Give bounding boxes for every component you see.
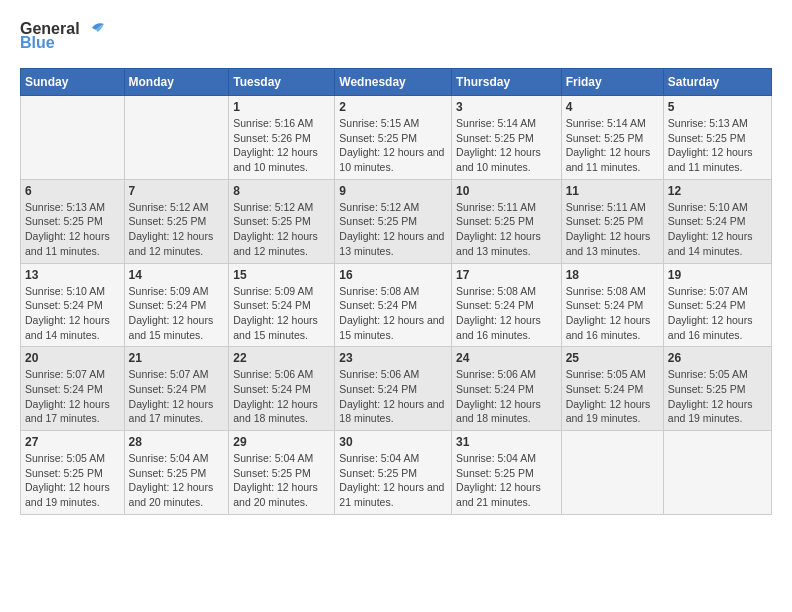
header-wednesday: Wednesday	[335, 69, 452, 96]
sunset-text: Sunset: 5:25 PM	[25, 467, 103, 479]
sunrise-text: Sunrise: 5:09 AM	[233, 285, 313, 297]
calendar-day-cell: 27 Sunrise: 5:05 AM Sunset: 5:25 PM Dayl…	[21, 431, 125, 515]
day-info: Sunrise: 5:09 AM Sunset: 5:24 PM Dayligh…	[233, 284, 330, 343]
calendar-day-cell	[561, 431, 663, 515]
day-number: 26	[668, 351, 767, 365]
sunset-text: Sunset: 5:25 PM	[456, 132, 534, 144]
daylight-text: Daylight: 12 hours and 12 minutes.	[233, 230, 318, 257]
sunset-text: Sunset: 5:25 PM	[668, 132, 746, 144]
calendar-day-cell: 2 Sunrise: 5:15 AM Sunset: 5:25 PM Dayli…	[335, 96, 452, 180]
calendar-day-cell: 4 Sunrise: 5:14 AM Sunset: 5:25 PM Dayli…	[561, 96, 663, 180]
sunrise-text: Sunrise: 5:10 AM	[25, 285, 105, 297]
day-info: Sunrise: 5:06 AM Sunset: 5:24 PM Dayligh…	[339, 367, 447, 426]
day-number: 13	[25, 268, 120, 282]
day-number: 11	[566, 184, 659, 198]
sunrise-text: Sunrise: 5:14 AM	[456, 117, 536, 129]
sunrise-text: Sunrise: 5:05 AM	[25, 452, 105, 464]
daylight-text: Daylight: 12 hours and 10 minutes.	[339, 146, 444, 173]
day-number: 14	[129, 268, 225, 282]
sunrise-text: Sunrise: 5:08 AM	[566, 285, 646, 297]
day-number: 8	[233, 184, 330, 198]
sunrise-text: Sunrise: 5:05 AM	[566, 368, 646, 380]
daylight-text: Daylight: 12 hours and 19 minutes.	[25, 481, 110, 508]
sunset-text: Sunset: 5:25 PM	[129, 467, 207, 479]
calendar-week-row: 1 Sunrise: 5:16 AM Sunset: 5:26 PM Dayli…	[21, 96, 772, 180]
daylight-text: Daylight: 12 hours and 19 minutes.	[668, 398, 753, 425]
daylight-text: Daylight: 12 hours and 18 minutes.	[456, 398, 541, 425]
calendar-day-cell: 7 Sunrise: 5:12 AM Sunset: 5:25 PM Dayli…	[124, 179, 229, 263]
sunset-text: Sunset: 5:24 PM	[566, 383, 644, 395]
sunrise-text: Sunrise: 5:04 AM	[456, 452, 536, 464]
day-info: Sunrise: 5:08 AM Sunset: 5:24 PM Dayligh…	[456, 284, 557, 343]
day-info: Sunrise: 5:09 AM Sunset: 5:24 PM Dayligh…	[129, 284, 225, 343]
sunrise-text: Sunrise: 5:05 AM	[668, 368, 748, 380]
day-info: Sunrise: 5:16 AM Sunset: 5:26 PM Dayligh…	[233, 116, 330, 175]
sunrise-text: Sunrise: 5:07 AM	[668, 285, 748, 297]
calendar-day-cell: 25 Sunrise: 5:05 AM Sunset: 5:24 PM Dayl…	[561, 347, 663, 431]
day-info: Sunrise: 5:08 AM Sunset: 5:24 PM Dayligh…	[566, 284, 659, 343]
day-number: 10	[456, 184, 557, 198]
page-header: General Blue	[20, 20, 772, 52]
day-number: 5	[668, 100, 767, 114]
calendar-day-cell: 29 Sunrise: 5:04 AM Sunset: 5:25 PM Dayl…	[229, 431, 335, 515]
day-info: Sunrise: 5:04 AM Sunset: 5:25 PM Dayligh…	[233, 451, 330, 510]
daylight-text: Daylight: 12 hours and 18 minutes.	[339, 398, 444, 425]
day-info: Sunrise: 5:10 AM Sunset: 5:24 PM Dayligh…	[25, 284, 120, 343]
calendar-day-cell	[124, 96, 229, 180]
day-info: Sunrise: 5:12 AM Sunset: 5:25 PM Dayligh…	[339, 200, 447, 259]
daylight-text: Daylight: 12 hours and 15 minutes.	[339, 314, 444, 341]
day-number: 1	[233, 100, 330, 114]
calendar-day-cell: 22 Sunrise: 5:06 AM Sunset: 5:24 PM Dayl…	[229, 347, 335, 431]
day-info: Sunrise: 5:12 AM Sunset: 5:25 PM Dayligh…	[129, 200, 225, 259]
calendar-day-cell: 31 Sunrise: 5:04 AM Sunset: 5:25 PM Dayl…	[452, 431, 562, 515]
sunset-text: Sunset: 5:24 PM	[25, 383, 103, 395]
calendar-day-cell	[21, 96, 125, 180]
day-number: 3	[456, 100, 557, 114]
daylight-text: Daylight: 12 hours and 14 minutes.	[25, 314, 110, 341]
calendar-day-cell: 1 Sunrise: 5:16 AM Sunset: 5:26 PM Dayli…	[229, 96, 335, 180]
day-number: 15	[233, 268, 330, 282]
sunrise-text: Sunrise: 5:16 AM	[233, 117, 313, 129]
sunrise-text: Sunrise: 5:07 AM	[129, 368, 209, 380]
calendar-day-cell: 8 Sunrise: 5:12 AM Sunset: 5:25 PM Dayli…	[229, 179, 335, 263]
daylight-text: Daylight: 12 hours and 10 minutes.	[456, 146, 541, 173]
sunrise-text: Sunrise: 5:10 AM	[668, 201, 748, 213]
calendar-day-cell: 23 Sunrise: 5:06 AM Sunset: 5:24 PM Dayl…	[335, 347, 452, 431]
sunset-text: Sunset: 5:25 PM	[233, 467, 311, 479]
daylight-text: Daylight: 12 hours and 19 minutes.	[566, 398, 651, 425]
sunrise-text: Sunrise: 5:06 AM	[456, 368, 536, 380]
sunrise-text: Sunrise: 5:13 AM	[668, 117, 748, 129]
day-number: 29	[233, 435, 330, 449]
sunrise-text: Sunrise: 5:06 AM	[339, 368, 419, 380]
bird-icon	[82, 20, 104, 38]
sunset-text: Sunset: 5:25 PM	[456, 215, 534, 227]
calendar-day-cell: 28 Sunrise: 5:04 AM Sunset: 5:25 PM Dayl…	[124, 431, 229, 515]
sunset-text: Sunset: 5:25 PM	[566, 215, 644, 227]
sunrise-text: Sunrise: 5:15 AM	[339, 117, 419, 129]
calendar-day-cell: 9 Sunrise: 5:12 AM Sunset: 5:25 PM Dayli…	[335, 179, 452, 263]
sunset-text: Sunset: 5:24 PM	[129, 383, 207, 395]
day-number: 16	[339, 268, 447, 282]
sunrise-text: Sunrise: 5:08 AM	[339, 285, 419, 297]
day-number: 24	[456, 351, 557, 365]
daylight-text: Daylight: 12 hours and 20 minutes.	[129, 481, 214, 508]
day-number: 28	[129, 435, 225, 449]
calendar-day-cell: 19 Sunrise: 5:07 AM Sunset: 5:24 PM Dayl…	[663, 263, 771, 347]
sunset-text: Sunset: 5:24 PM	[456, 383, 534, 395]
daylight-text: Daylight: 12 hours and 21 minutes.	[339, 481, 444, 508]
calendar-table: SundayMondayTuesdayWednesdayThursdayFrid…	[20, 68, 772, 515]
daylight-text: Daylight: 12 hours and 11 minutes.	[566, 146, 651, 173]
calendar-day-cell: 21 Sunrise: 5:07 AM Sunset: 5:24 PM Dayl…	[124, 347, 229, 431]
sunset-text: Sunset: 5:24 PM	[668, 215, 746, 227]
daylight-text: Daylight: 12 hours and 16 minutes.	[456, 314, 541, 341]
day-number: 9	[339, 184, 447, 198]
calendar-day-cell: 20 Sunrise: 5:07 AM Sunset: 5:24 PM Dayl…	[21, 347, 125, 431]
sunset-text: Sunset: 5:24 PM	[339, 299, 417, 311]
sunset-text: Sunset: 5:25 PM	[339, 467, 417, 479]
day-info: Sunrise: 5:04 AM Sunset: 5:25 PM Dayligh…	[456, 451, 557, 510]
daylight-text: Daylight: 12 hours and 16 minutes.	[668, 314, 753, 341]
day-info: Sunrise: 5:12 AM Sunset: 5:25 PM Dayligh…	[233, 200, 330, 259]
sunset-text: Sunset: 5:25 PM	[456, 467, 534, 479]
daylight-text: Daylight: 12 hours and 17 minutes.	[129, 398, 214, 425]
logo-graphic: General Blue	[20, 20, 104, 52]
